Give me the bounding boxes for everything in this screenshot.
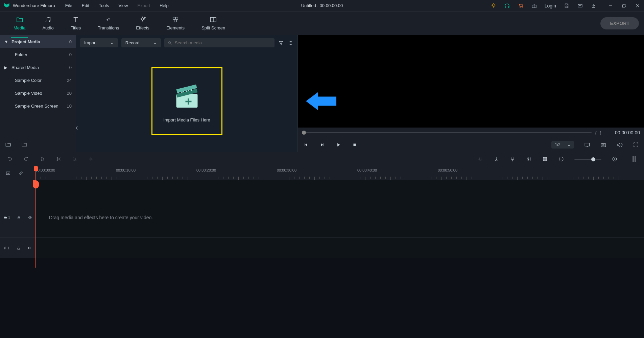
eye-icon[interactable]	[28, 215, 32, 221]
video-track-badge: 1	[3, 216, 10, 220]
login-button[interactable]: Login	[545, 3, 556, 8]
menu-view[interactable]: View	[118, 3, 128, 8]
search-media[interactable]	[164, 38, 275, 47]
mixer-icon[interactable]	[526, 156, 532, 162]
menu-edit[interactable]: Edit	[82, 3, 89, 8]
audio-track[interactable]: 1	[0, 238, 644, 258]
menu-tools[interactable]: Tools	[99, 3, 109, 8]
app-logo-icon	[3, 2, 10, 9]
timeline: 00:00:00:00 00:00:10:00 00:00:20:00 00:0…	[0, 166, 644, 258]
sidebar-item-sample-color[interactable]: Sample Color 24	[0, 74, 76, 87]
prev-frame-icon[interactable]	[303, 142, 309, 148]
audio-wave-icon[interactable]	[88, 156, 94, 162]
maximize-icon[interactable]	[621, 3, 627, 9]
cart-icon[interactable]	[518, 3, 524, 9]
preview-viewport[interactable]	[298, 35, 644, 128]
gift-icon[interactable]	[531, 3, 537, 9]
play-icon[interactable]	[335, 142, 341, 148]
timeline-ruler[interactable]: 00:00:00:00 00:00:10:00 00:00:20:00 00:0…	[35, 166, 644, 180]
crop-icon[interactable]	[542, 156, 548, 162]
tab-media[interactable]: Media	[5, 16, 34, 30]
svg-point-26	[57, 157, 58, 158]
new-folder-icon[interactable]	[5, 141, 11, 148]
tab-titles[interactable]: Titles	[62, 16, 90, 30]
delete-icon[interactable]	[39, 156, 45, 162]
sidebar-item-shared-media[interactable]: ▶ Shared Media 0	[0, 61, 76, 74]
ruler-mark: 00:00:20:00	[196, 168, 216, 172]
undo-icon[interactable]	[7, 156, 13, 162]
import-media-dropzone[interactable]: Import Media Files Here	[151, 67, 222, 135]
tab-elements[interactable]: Elements	[158, 16, 193, 30]
mark-in-icon[interactable]: {	[595, 130, 596, 135]
svg-rect-22	[585, 143, 590, 146]
import-text: Import Media Files Here	[163, 117, 210, 122]
lock-icon[interactable]	[17, 215, 21, 221]
export-button[interactable]: EXPORT	[600, 17, 639, 29]
search-input[interactable]	[175, 40, 271, 45]
download-icon[interactable]	[591, 3, 597, 9]
media-sidebar: ▼ Project Media 0 Folder 0 ▶ Shared Medi…	[0, 35, 76, 152]
timeline-zoom-slider[interactable]	[574, 159, 601, 160]
next-frame-icon[interactable]	[319, 142, 325, 148]
tab-split-screen[interactable]: Split Screen	[193, 16, 234, 30]
svg-point-10	[168, 41, 171, 44]
marker-icon[interactable]	[493, 156, 499, 162]
minimize-icon[interactable]	[607, 3, 614, 9]
tab-transitions-label: Transitions	[98, 25, 119, 30]
fullscreen-icon[interactable]	[633, 142, 639, 148]
adjust-icon[interactable]	[72, 156, 78, 162]
filter-icon[interactable]	[278, 40, 284, 46]
sidebar-item-folder[interactable]: Folder 0	[0, 48, 76, 61]
sidebar-item-sample-green[interactable]: Sample Green Screen 10	[0, 99, 76, 112]
svg-point-15	[290, 43, 291, 43]
svg-point-16	[291, 43, 292, 43]
svg-point-13	[291, 41, 292, 42]
sidebar-item-sample-video[interactable]: Sample Video 20	[0, 87, 76, 99]
snapshot-icon[interactable]	[600, 142, 606, 148]
lightbulb-icon[interactable]	[491, 3, 497, 9]
svg-rect-28	[512, 157, 513, 159]
grid-view-icon[interactable]	[287, 40, 293, 46]
record-dropdown[interactable]: Record ⌄	[121, 38, 161, 47]
mail-icon[interactable]	[577, 3, 583, 9]
chevron-right-icon: ▶	[4, 65, 8, 70]
import-dropdown[interactable]: Import ⌄	[80, 38, 118, 47]
headphones-icon[interactable]	[504, 3, 510, 9]
mic-icon[interactable]	[509, 156, 516, 162]
link-icon[interactable]	[18, 170, 24, 176]
cut-icon[interactable]	[55, 156, 62, 162]
sidebar-item-count: 24	[67, 78, 72, 83]
display-icon[interactable]	[584, 142, 590, 148]
chevron-down-icon: ▼	[4, 39, 8, 44]
fit-icon[interactable]	[631, 156, 637, 162]
zoom-out-icon[interactable]	[558, 156, 564, 162]
redo-icon[interactable]	[23, 156, 29, 162]
speaker-icon[interactable]	[27, 245, 32, 251]
zoom-in-icon[interactable]	[612, 156, 618, 162]
menu-bar: File Edit Tools View Export Help	[65, 3, 169, 8]
video-track[interactable]: 1 Drag media and effects here to create …	[0, 197, 644, 238]
render-icon[interactable]	[477, 156, 483, 162]
tab-audio[interactable]: Audio	[34, 16, 62, 30]
stop-icon[interactable]	[352, 142, 358, 148]
svg-rect-32	[633, 156, 634, 162]
add-track-icon[interactable]	[5, 170, 11, 176]
preview-zoom-select[interactable]: 1/2 ⌄	[551, 141, 574, 149]
close-icon[interactable]	[635, 3, 641, 9]
save-icon[interactable]	[564, 3, 570, 9]
sidebar-item-count: 0	[69, 52, 72, 57]
preview-scrubber[interactable]	[302, 132, 592, 133]
media-panel: Import ⌄ Record ⌄	[76, 35, 297, 152]
volume-icon[interactable]	[617, 142, 623, 148]
menu-file[interactable]: File	[65, 3, 72, 8]
mark-out-icon[interactable]: }	[600, 130, 601, 135]
playhead[interactable]	[35, 166, 36, 268]
sidebar-item-label: Sample Color	[15, 78, 67, 83]
tab-transitions[interactable]: Transitions	[89, 16, 127, 30]
lock-icon[interactable]	[16, 245, 21, 251]
clapperboard-icon	[172, 80, 202, 111]
tab-effects-label: Effects	[136, 25, 149, 30]
open-folder-icon[interactable]	[21, 141, 27, 148]
menu-help[interactable]: Help	[160, 3, 169, 8]
tab-effects[interactable]: Effects	[127, 16, 158, 30]
